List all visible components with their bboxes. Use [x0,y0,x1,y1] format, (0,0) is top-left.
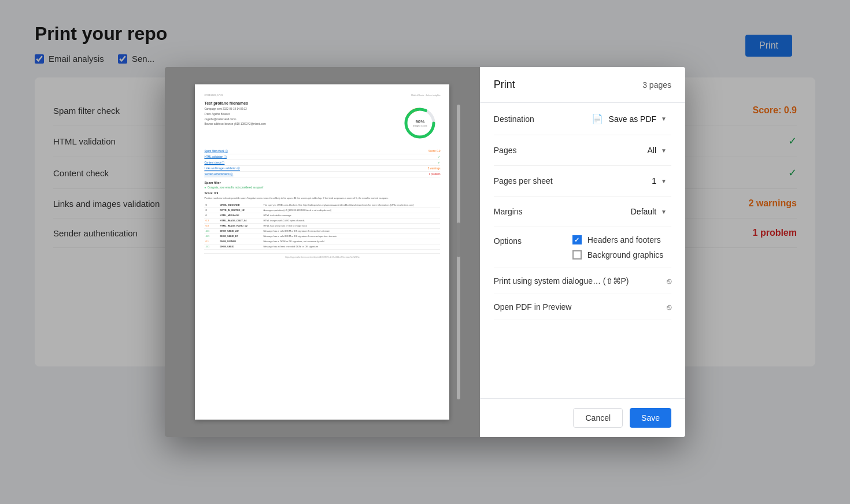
open-pdf-row[interactable]: Open PDF in Preview ⎋ [494,294,671,320]
print-panel-header: Print 3 pages [480,67,685,103]
overlay: 07/04/2022, 17:29 MailerCheck - Inbox in… [0,0,850,504]
save-button[interactable]: Save [630,408,671,428]
cancel-button[interactable]: Cancel [573,408,623,428]
open-pdf-external-icon: ⎋ [667,302,671,312]
bg-graphics-checkbox[interactable] [572,250,582,260]
preview-campaign-sent: Campaign sent 2022-05-18 14:02:12 [204,108,393,112]
options-row: Options Headers and footers Background g… [494,235,671,260]
print-dialog-title: Print [494,79,515,91]
destination-arrow-icon: ▼ [661,116,667,122]
destination-label: Destination [494,114,563,124]
preview-bounce: Bounce address: bounce-y518-1387242@mlsn… [204,123,393,127]
preview-scrollbar-thumb [457,223,460,257]
destination-select[interactable]: 📄 Save as PDF ▼ [587,111,671,127]
pages-label: Pages [494,146,563,155]
preview-check-spam: Spam filter check ⓘ Score: 0.9 [204,149,440,154]
preview-from: From: Agathe Brusset [204,113,393,117]
preview-site: MailerCheck - Inbox insights [411,94,440,97]
print-pages-count: 3 pages [642,80,671,90]
options-checkboxes: Headers and footers Background graphics [572,235,664,260]
preview-checks: Spam filter check ⓘ Score: 0.9 HTML vali… [204,149,440,177]
preview-footer: https://app.mailsrcheck.com/en/depriet/1… [204,253,440,258]
margins-row: Margins Default ▼ [494,197,671,227]
preview-page: 07/04/2022, 17:29 MailerCheck - Inbox in… [195,84,449,420]
pages-per-sheet-select[interactable]: 1 ▼ [647,174,671,188]
print-settings-panel: Print 3 pages Destination 📄 Save as PDF … [480,67,685,437]
preview-spam-score-line: Score: 0.9 [204,191,440,195]
options-section: Options Headers and footers Background g… [494,227,671,268]
print-panel-footer: Cancel Save [480,398,685,437]
pages-select[interactable]: All ▼ [643,143,671,157]
pages-per-sheet-value: 1 [652,176,656,186]
pages-per-sheet-label: Pages per sheet [494,176,563,186]
headers-footers-label: Headers and footers [587,235,661,244]
pages-arrow-icon: ▼ [661,147,667,154]
system-dialogue-row[interactable]: Print using system dialogue… (⇧⌘P) ⎋ [494,268,671,294]
options-label: Options [494,235,563,246]
headers-footers-checkbox[interactable] [572,235,582,244]
preview-spam-table: 0 URIBL_BLOCKED The query to URIBL was b… [204,203,440,250]
system-dialogue-label: Print using system dialogue… (⇧⌘P) [494,276,629,286]
preview-date: 07/04/2022, 17:29 [204,94,223,97]
preview-scrollbar[interactable] [457,105,460,399]
margins-label: Margins [494,207,563,216]
print-dialog: 07/04/2022, 17:29 MailerCheck - Inbox in… [165,67,685,437]
pages-per-sheet-arrow-icon: ▼ [661,178,667,184]
system-dialogue-external-icon: ⎋ [667,276,671,286]
preview-check-content: Content check ⓘ ✓ [204,160,440,166]
preview-check-sender: Sender authentication ⓘ 1 problem [204,172,440,177]
bg-graphics-label: Background graphics [587,250,664,260]
preview-spam-desc: Positive numbers indicate possible spam.… [204,197,440,200]
preview-score-circle: 90% Insight score [402,106,437,140]
pages-value: All [648,146,657,155]
destination-row: Destination 📄 Save as PDF ▼ [494,103,671,135]
margins-arrow-icon: ▼ [661,209,667,215]
preview-page-header: 07/04/2022, 17:29 MailerCheck - Inbox in… [204,94,440,97]
headers-footers-row: Headers and footers [572,235,664,244]
preview-check-links: Links and images validation ⓘ 2 warnings [204,166,440,172]
destination-value: Save as PDF [609,114,656,124]
preview-score-percent: 90% Insight score [413,119,427,127]
preview-from-email: <agathe@mailersend.com> [204,118,393,122]
preview-spam-section-title: Spam filter [204,181,440,184]
bg-graphics-row: Background graphics [572,250,664,260]
print-settings-body: Destination 📄 Save as PDF ▼ Pages All ▼ [480,103,685,398]
preview-campaign-title: Test profane filenames [204,101,393,105]
preview-score-circle-wrap: 90% Insight score [400,106,440,140]
pages-row: Pages All ▼ [494,135,671,166]
pages-per-sheet-row: Pages per sheet 1 ▼ [494,166,671,197]
preview-panel: 07/04/2022, 17:29 MailerCheck - Inbox in… [165,67,480,437]
preview-spam-ok: ● Congrats, your email is not considered… [204,186,440,189]
preview-check-html: HTML validation ⓘ ✓ [204,154,440,160]
margins-select[interactable]: Default ▼ [626,205,671,218]
open-pdf-label: Open PDF in Preview [494,302,572,312]
margins-value: Default [631,207,656,216]
